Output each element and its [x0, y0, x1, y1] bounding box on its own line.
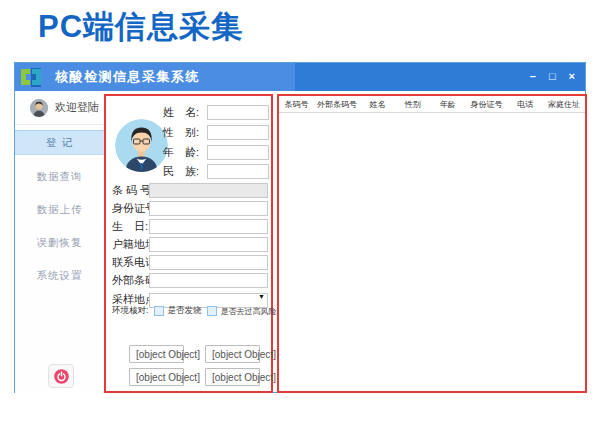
gender-input[interactable]: [207, 125, 269, 140]
barcode-label: 条 码 号:: [112, 183, 149, 198]
col-header-home-address: 家庭住址: [543, 99, 585, 110]
high-risk-area-checkbox[interactable]: [207, 306, 217, 316]
col-header-gender: 性别: [395, 99, 430, 110]
id-number-input[interactable]: [149, 201, 268, 216]
page-title: PC端信息采集: [38, 6, 243, 48]
field-row-ethnicity: 民 族:: [163, 164, 269, 179]
field-row-name: 姓 名:: [163, 105, 269, 120]
save-button[interactable]: [object Object]: [129, 368, 184, 386]
household-address-label: 户籍地址:: [112, 237, 149, 252]
user-avatar: [30, 99, 48, 117]
col-header-age: 年龄: [430, 99, 465, 110]
close-button[interactable]: ×: [569, 71, 575, 82]
field-row-barcode: 条 码 号:: [112, 183, 268, 198]
id-number-label: 身份证号:: [112, 201, 149, 216]
col-header-id-number: 身份证号: [465, 99, 507, 110]
welcome-row: 欢迎登陆: [15, 91, 104, 125]
sidebar-item-data-upload[interactable]: 数据上传: [15, 193, 104, 226]
sidebar-item-data-query[interactable]: 数据查询: [15, 160, 104, 193]
table-body-empty[interactable]: [279, 113, 585, 392]
birthday-label: 生 日:: [112, 219, 149, 234]
app-window: 核酸检测信息采集系统 – □ × 欢迎登陆 登 记 数据查询 数据上传 误删恢复: [14, 62, 586, 393]
registration-form-panel: 姓 名: 性 别: 年 龄: 民 族: 条 码 号: 身份证号: 生 日:: [104, 94, 273, 393]
title-bar: 核酸检测信息采集系统 – □ ×: [15, 63, 585, 91]
name-label: 姓 名:: [163, 105, 207, 120]
environment-check-row: 环境核对: 是否发烧 是否去过高风险地区: [112, 305, 292, 317]
age-input[interactable]: [207, 145, 269, 160]
read-card-button[interactable]: [object Object]: [129, 345, 184, 363]
gender-label: 性 别:: [163, 125, 207, 140]
col-header-external-barcode: 外部条码号: [314, 99, 360, 110]
phone-label: 联系电话:: [112, 255, 149, 270]
sidebar-menu: 登 记 数据查询 数据上传 误删恢复 系统设置: [15, 130, 104, 292]
field-row-external-barcode: 外部条码:: [112, 273, 268, 288]
app-logo-icon: [20, 66, 42, 88]
sidebar-item-system-settings[interactable]: 系统设置: [15, 259, 104, 292]
field-row-gender: 性 别:: [163, 125, 269, 140]
barcode-print-button[interactable]: [object Object]: [205, 345, 260, 363]
minimize-button[interactable]: –: [530, 71, 536, 82]
field-row-phone: 联系电话:: [112, 255, 268, 270]
table-header-row: 条码号 外部条码号 姓名 性别 年龄 身份证号 电话 家庭住址: [279, 96, 585, 113]
maximize-button[interactable]: □: [549, 71, 556, 82]
sidebar-item-recover-deleted[interactable]: 误删恢复: [15, 226, 104, 259]
field-row-id-number: 身份证号:: [112, 201, 268, 216]
external-barcode-label: 外部条码:: [112, 273, 149, 288]
sidebar: 欢迎登陆 登 记 数据查询 数据上传 误删恢复 系统设置: [15, 91, 104, 393]
col-header-barcode: 条码号: [279, 99, 314, 110]
welcome-label: 欢迎登陆: [55, 100, 99, 115]
birthday-input[interactable]: [149, 219, 268, 234]
age-label: 年 龄:: [163, 145, 207, 160]
field-row-birthday: 生 日:: [112, 219, 268, 234]
field-row-household-address: 户籍地址:: [112, 237, 268, 252]
power-icon: [54, 369, 69, 384]
name-input[interactable]: [207, 105, 269, 120]
fever-checkbox[interactable]: [154, 306, 164, 316]
external-barcode-input[interactable]: [149, 273, 268, 288]
phone-input[interactable]: [149, 255, 268, 270]
ethnicity-input[interactable]: [207, 164, 269, 179]
fever-checkbox-label: 是否发烧: [167, 305, 201, 317]
col-header-phone: 电话: [508, 99, 543, 110]
dropdown-arrow-icon[interactable]: ▼: [258, 293, 265, 300]
ethnicity-label: 民 族:: [163, 164, 207, 179]
field-row-age: 年 龄:: [163, 145, 269, 160]
window-title: 核酸检测信息采集系统: [55, 63, 200, 91]
col-header-name: 姓名: [360, 99, 395, 110]
household-address-input[interactable]: [149, 237, 268, 252]
single-reprint-button[interactable]: [object Object]: [205, 368, 260, 386]
environment-check-label: 环境核对:: [112, 305, 148, 317]
sidebar-item-register[interactable]: 登 记: [15, 130, 104, 155]
barcode-input: [149, 183, 268, 198]
person-avatar-illustration: [115, 119, 168, 172]
power-button[interactable]: [48, 364, 74, 388]
records-table-panel: 条码号 外部条码号 姓名 性别 年龄 身份证号 电话 家庭住址: [277, 94, 587, 393]
